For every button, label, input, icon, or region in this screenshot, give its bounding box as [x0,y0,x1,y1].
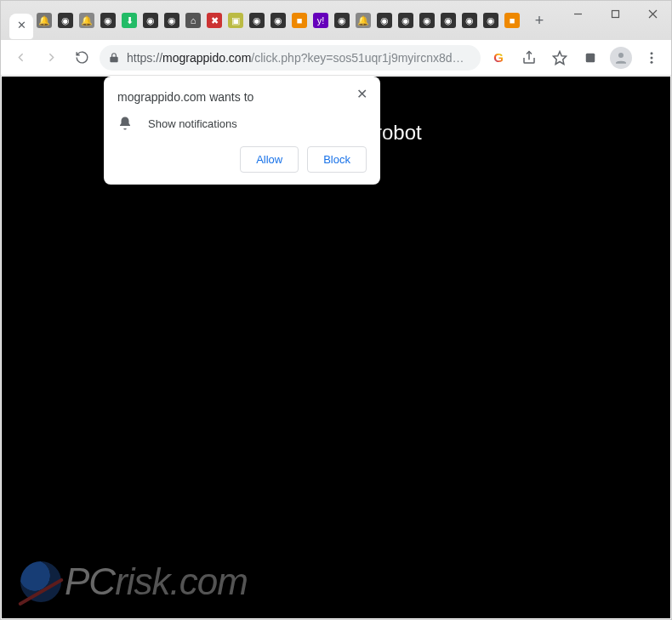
kebab-menu-icon[interactable] [639,45,664,71]
browser-window: ✕ 🔔◉🔔◉⬇◉◉⌂✖▣◉◉■y!◉🔔◉◉◉◉◉◉■ + https:// [0,0,672,620]
url-path: /click.php?key=sos51uqr1j9myircnx8d… [251,51,464,65]
tab-favicon[interactable]: ◉ [418,11,436,30]
plus-icon: + [535,12,544,30]
toolbar: https://mograppido.com/click.php?key=sos… [1,40,671,76]
favicon-icon: ◉ [143,13,158,28]
tab-active[interactable]: ✕ [9,14,33,39]
svg-rect-1 [612,10,618,17]
block-button[interactable]: Block [307,146,367,173]
notification-permission-dialog: ✕ mograppido.com wants to Show notificat… [104,77,380,185]
favicon-icon: ✖ [207,13,222,28]
tab-favicon[interactable]: ◉ [269,11,288,30]
favicon-icon: y! [313,13,328,28]
tab-favicon[interactable]: 🔔 [77,11,96,30]
favicon-icon: ◉ [419,13,435,28]
tab-favicon[interactable]: ■ [503,11,521,30]
favicon-icon: ◉ [398,13,413,28]
favicon-icon: ◉ [334,13,350,28]
favicon-icon: ◉ [58,13,73,28]
tab-favicon[interactable]: ◉ [162,11,181,30]
favicon-icon: ◉ [271,13,286,28]
favicon-icon: ◉ [100,13,116,28]
tab-favicon[interactable]: y! [311,11,330,30]
dialog-close-button[interactable]: ✕ [353,85,370,102]
window-controls [559,1,671,26]
tab-favicon[interactable]: ◉ [56,11,75,30]
svg-point-9 [651,56,653,59]
favicon-icon: ◉ [377,13,392,28]
tab-favicon[interactable]: ■ [290,11,309,30]
share-icon[interactable] [516,45,542,71]
tab-favicon[interactable]: 🔔 [35,11,54,30]
favicon-icon: 🔔 [79,13,94,28]
maximize-button[interactable] [596,1,634,26]
dialog-actions: Allow Block [117,146,367,173]
svg-point-7 [618,53,624,58]
lock-icon [108,52,120,64]
tab-favicon[interactable]: ◉ [141,11,160,30]
tab-favicon[interactable]: ▣ [226,11,245,30]
new-tab-button[interactable]: + [528,9,550,31]
tab-favicon[interactable]: ◉ [460,11,479,30]
favicon-icon: ■ [504,13,520,28]
svg-point-10 [651,60,653,63]
tab-favicon[interactable]: ⌂ [184,11,202,30]
watermark: PCrisk.com [20,560,248,603]
favicon-icon: ⌂ [185,13,201,28]
favicon-icon: ■ [292,13,307,28]
tab-favicon[interactable]: ◉ [481,11,500,30]
favicon-icon: ◉ [249,13,265,28]
tab-favicon[interactable]: ◉ [333,11,351,30]
tab-favicon[interactable]: ✖ [205,11,224,30]
favicon-icon: ◉ [164,13,179,28]
url-host: mograppido.com [162,51,251,65]
bookmark-star-icon[interactable] [547,45,572,71]
favicon-icon: ◉ [441,13,456,28]
bell-icon [117,116,133,131]
profile-avatar[interactable] [608,45,634,71]
dialog-permission-row: Show notifications [117,116,367,131]
page-viewport: you are not a robot ✕ mograppido.com wan… [2,77,670,618]
search-engine-icon[interactable]: G [486,45,511,71]
minimize-button[interactable] [559,1,596,26]
svg-point-8 [651,52,653,54]
titlebar: ✕ 🔔◉🔔◉⬇◉◉⌂✖▣◉◉■y!◉🔔◉◉◉◉◉◉■ + [1,1,671,40]
avatar-icon [610,47,632,69]
tab-favicon[interactable]: ◉ [375,11,394,30]
back-button[interactable] [8,45,33,71]
favicon-icon: 🔔 [356,13,371,28]
forward-button[interactable] [38,45,64,71]
watermark-text: PCrisk.com [65,560,248,603]
svg-rect-6 [586,53,595,62]
url-text: https://mograppido.com/click.php?key=sos… [127,51,464,65]
svg-marker-5 [554,51,567,64]
watermark-logo-icon [20,561,61,602]
dialog-title: mograppido.com wants to [117,90,367,104]
tab-favicon[interactable]: ◉ [396,11,415,30]
dialog-permission-label: Show notifications [148,117,237,130]
address-bar[interactable]: https://mograppido.com/click.php?key=sos… [100,45,481,71]
favicon-icon: 🔔 [37,13,52,28]
favicon-icon: ⬇ [122,13,137,28]
reload-button[interactable] [69,45,94,71]
favicon-icon: ◉ [483,13,498,28]
tab-favicon[interactable]: ◉ [248,11,266,30]
favicon-icon: ◉ [462,13,477,28]
tab-favicon[interactable]: ◉ [439,11,458,30]
url-scheme: https:// [127,51,162,65]
extensions-icon[interactable] [578,45,603,71]
tab-favicon[interactable]: 🔔 [354,11,373,30]
tab-favicon[interactable]: ⬇ [120,11,139,30]
allow-button[interactable]: Allow [240,146,299,173]
close-icon: ✕ [356,86,367,102]
close-window-button[interactable] [634,1,671,26]
close-tab-icon[interactable]: ✕ [17,19,26,31]
tab-favicon[interactable]: ◉ [99,11,117,30]
favicon-icon: ▣ [228,13,243,28]
